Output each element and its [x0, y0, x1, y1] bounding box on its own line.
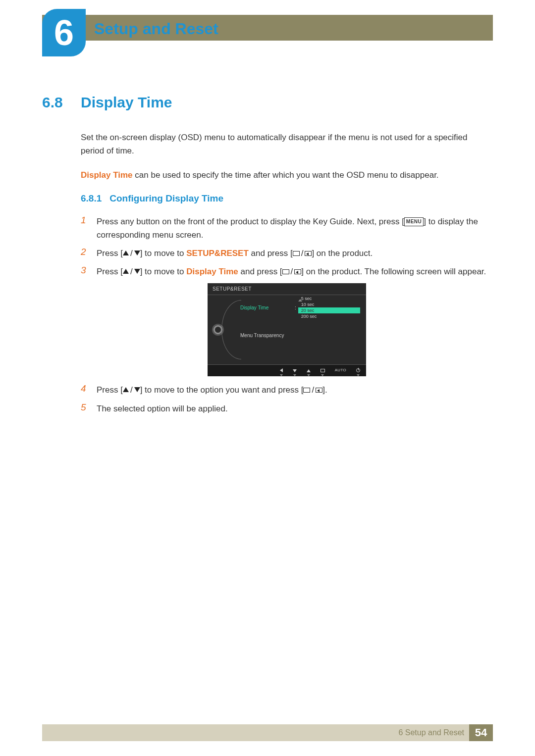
text: ] to move to: [140, 267, 187, 276]
text: Press [: [97, 249, 123, 258]
chapter-title: Setup and Reset: [94, 20, 218, 38]
screen-icon: [282, 269, 289, 274]
footer-page-number: 54: [469, 724, 493, 741]
enter-icon: [294, 269, 301, 274]
text: ] to move to: [140, 249, 187, 258]
page-content: 6.8 Display Time Set the on-screen displ…: [42, 94, 493, 420]
section-title: Display Time: [81, 94, 172, 111]
menu-key-icon: MENU: [404, 217, 424, 226]
intro-rest: can be used to specify the time after wh…: [133, 170, 439, 180]
text: and press [: [249, 249, 293, 258]
back-icon: [280, 368, 283, 373]
step-text: The selected option will be applied.: [97, 402, 493, 415]
osd-option: 200 sec: [298, 313, 360, 319]
down-icon: [293, 368, 297, 373]
step-text: Press [/] to move to Display Time and pr…: [97, 265, 493, 278]
osd-options: 5 sec 10 sec 20 sec 200 sec: [298, 296, 360, 319]
intro-paragraph-1: Set the on-screen display (OSD) menu to …: [81, 131, 493, 157]
step-number: 3: [81, 265, 89, 276]
text: ] on the product. The following screen w…: [301, 267, 486, 276]
chapter-number-tab: 6: [42, 9, 86, 56]
enter-icon: [316, 388, 322, 393]
source-icon: [321, 368, 325, 373]
step-number: 1: [81, 215, 89, 226]
step-text: Press [/] to move to the option you want…: [97, 383, 493, 397]
step-text: Press [/] to move to SETUP&RESET and pre…: [97, 247, 493, 260]
step-5: 5 The selected option will be applied.: [81, 402, 493, 415]
up-triangle-icon: [123, 251, 129, 255]
step-3: 3 Press [/] to move to Display Time and …: [81, 265, 493, 278]
osd-row: Display Time : 5 sec 10 sec 20 sec 200 s…: [240, 303, 360, 311]
subsection-heading: 6.8.1 Configuring Display Time: [81, 193, 493, 204]
power-icon: [356, 368, 360, 373]
osd-panel: SETUP&RESET Display Time : 5 sec 10 sec …: [208, 283, 366, 376]
text: Press [: [97, 385, 123, 395]
up-triangle-icon: [123, 387, 129, 392]
footer-bar: 6 Setup and Reset 54: [42, 724, 493, 741]
up-triangle-icon: [123, 269, 129, 274]
osd-title: SETUP&RESET: [208, 283, 366, 295]
text: ] to move to the option you want and pre…: [140, 385, 304, 395]
text: and press [: [238, 267, 282, 276]
term: SETUP&RESET: [186, 249, 249, 258]
subsection-title: Configuring Display Time: [109, 193, 223, 204]
down-triangle-icon: [134, 269, 140, 274]
intro-paragraph-2: Display Time can be used to specify the …: [81, 168, 493, 182]
osd-option: 5 sec: [298, 296, 360, 302]
section-number: 6.8: [42, 94, 67, 111]
step-number: 5: [81, 402, 89, 413]
down-triangle-icon: [134, 251, 140, 255]
subsection-number: 6.8.1: [81, 193, 102, 204]
up-icon: [307, 368, 311, 373]
osd-screenshot: SETUP&RESET Display Time : 5 sec 10 sec …: [81, 283, 493, 376]
osd-item-label: Display Time: [240, 305, 295, 310]
screen-icon: [293, 251, 300, 256]
osd-option-selected: 20 sec: [298, 307, 360, 313]
step-text: Press any button on the front of the pro…: [97, 215, 493, 242]
enter-icon: [305, 251, 312, 256]
step-2: 2 Press [/] to move to SETUP&RESET and p…: [81, 247, 493, 260]
step-number: 2: [81, 247, 89, 257]
text: ].: [322, 385, 327, 395]
step-number: 4: [81, 383, 89, 394]
text: ] on the product.: [312, 249, 373, 258]
term: Display Time: [186, 267, 238, 276]
auto-label: AUTO: [335, 368, 346, 373]
footer-chapter-ref: 6 Setup and Reset: [398, 728, 464, 737]
step-4: 4 Press [/] to move to the option you wa…: [81, 383, 493, 397]
osd-bottom-bar: AUTO: [208, 364, 366, 376]
text: Press any button on the front of the pro…: [97, 217, 404, 226]
osd-option: 10 sec: [298, 302, 360, 307]
osd-item-label: Menu Transparency: [240, 333, 295, 338]
down-triangle-icon: [134, 387, 140, 392]
text: Press [: [97, 267, 123, 276]
screen-icon: [303, 388, 310, 393]
osd-row: Menu Transparency: [240, 331, 360, 339]
intro-term: Display Time: [81, 170, 133, 180]
section-heading: 6.8 Display Time: [42, 94, 493, 111]
step-1: 1 Press any button on the front of the p…: [81, 215, 493, 242]
